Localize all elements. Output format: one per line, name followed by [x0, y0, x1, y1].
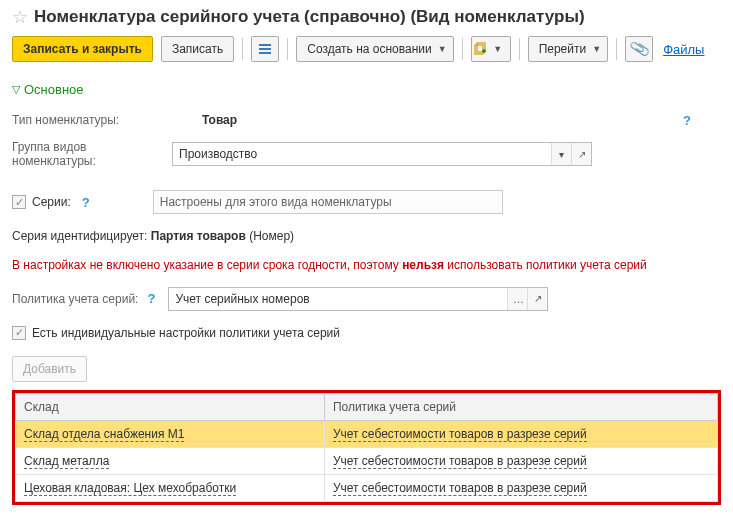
chevron-down-icon: ▼ — [438, 44, 447, 54]
attach-menu-button[interactable]: ▼ — [471, 36, 511, 62]
warning-text: В настройках не включено указание в сери… — [12, 257, 721, 274]
create-based-label: Создать на основании — [307, 42, 432, 56]
warehouse-link[interactable]: Склад отдела снабжения М1 — [24, 427, 184, 442]
group-label: Группа видов номенклатуры: — [12, 140, 172, 168]
help-icon[interactable]: ? — [144, 291, 158, 306]
warehouse-link[interactable]: Склад металла — [24, 454, 109, 469]
policy-link[interactable]: Учет себестоимости товаров в разрезе сер… — [333, 454, 587, 469]
table-header-row: Склад Политика учета серий — [16, 393, 718, 420]
open-icon: ↗ — [534, 293, 542, 304]
section-main-label: Основное — [24, 82, 84, 97]
collapse-arrow-icon: ▽ — [12, 83, 20, 96]
help-icon[interactable]: ? — [79, 195, 93, 210]
save-button[interactable]: Записать — [161, 36, 234, 62]
col-warehouse[interactable]: Склад — [16, 393, 325, 420]
policy-input-wrap: … ↗ — [168, 287, 548, 311]
paperclip-icon: 📎 — [628, 38, 651, 60]
row-series-ident: Серия идентифицирует: Партия товаров (Но… — [12, 221, 721, 251]
separator — [616, 38, 617, 60]
series-checkbox[interactable]: ✓ Серии: — [12, 195, 71, 209]
separator — [462, 38, 463, 60]
svg-rect-2 — [259, 52, 271, 54]
group-input-wrap: ▾ ↗ — [172, 142, 592, 166]
open-icon: ↗ — [578, 149, 586, 160]
toolbar: Записать и закрыть Записать Создать на о… — [12, 36, 721, 62]
warn-bold: нельзя — [402, 258, 444, 272]
list-view-button[interactable] — [251, 36, 279, 62]
save-and-close-button[interactable]: Записать и закрыть — [12, 36, 153, 62]
individual-label: Есть индивидуальные настройки политики у… — [32, 326, 340, 340]
series-desc: Настроены для этого вида номенклатуры — [153, 190, 503, 214]
table-row[interactable]: Цеховая кладовая: Цех мехобработки Учет … — [16, 474, 718, 501]
open-button[interactable]: ↗ — [571, 143, 591, 165]
policy-link[interactable]: Учет себестоимости товаров в разрезе сер… — [333, 481, 587, 496]
type-label: Тип номенклатуры: — [12, 113, 172, 127]
policy-link[interactable]: Учет себестоимости товаров в разрезе сер… — [333, 427, 587, 442]
individual-checkbox[interactable]: ✓ Есть индивидуальные настройки политики… — [12, 326, 340, 340]
page-title: Номенклатура серийного учета (справочно)… — [34, 7, 585, 27]
svg-rect-1 — [259, 48, 271, 50]
row-policy: Политика учета серий: ? … ↗ — [12, 284, 721, 314]
row-type: Тип номенклатуры: Товар ? — [12, 105, 721, 135]
title-bar: ☆ Номенклатура серийного учета (справочн… — [12, 6, 721, 28]
svg-rect-3 — [475, 45, 483, 54]
separator — [242, 38, 243, 60]
policy-label: Политика учета серий: — [12, 292, 138, 306]
row-individual: ✓ Есть индивидуальные настройки политики… — [12, 318, 721, 348]
separator — [519, 38, 520, 60]
table-row[interactable]: Склад металла Учет себестоимости товаров… — [16, 447, 718, 474]
warn-prefix: В настройках не включено указание в сери… — [12, 258, 402, 272]
files-link[interactable]: Файлы — [663, 42, 704, 57]
list-icon — [258, 42, 272, 56]
chevron-down-icon: ▾ — [559, 149, 564, 160]
svg-rect-0 — [259, 44, 271, 46]
open-button[interactable]: ↗ — [527, 288, 547, 310]
ident-label: Серия идентифицирует: — [12, 229, 151, 243]
help-icon[interactable]: ? — [680, 113, 721, 128]
attach-file-button[interactable]: 📎 — [625, 36, 653, 62]
row-group: Группа видов номенклатуры: ▾ ↗ — [12, 139, 721, 169]
chevron-down-icon: ▼ — [592, 44, 601, 54]
col-policy[interactable]: Политика учета серий — [324, 393, 717, 420]
copy-plus-icon — [473, 42, 487, 56]
series-ident-text: Серия идентифицирует: Партия товаров (Но… — [12, 229, 294, 243]
section-main-header[interactable]: ▽ Основное — [12, 82, 721, 97]
checkbox-checked-icon: ✓ — [12, 195, 26, 209]
add-button[interactable]: Добавить — [12, 356, 87, 382]
group-input[interactable] — [173, 143, 551, 165]
chevron-down-icon: ▼ — [493, 44, 502, 54]
dots-icon: … — [513, 293, 523, 305]
goto-label: Перейти — [539, 42, 587, 56]
checkbox-checked-icon: ✓ — [12, 326, 26, 340]
ident-suffix: (Номер) — [246, 229, 294, 243]
dropdown-button[interactable]: ▾ — [551, 143, 571, 165]
separator — [287, 38, 288, 60]
type-value: Товар — [202, 113, 237, 127]
favorite-star-icon[interactable]: ☆ — [12, 6, 28, 28]
goto-button[interactable]: Перейти ▼ — [528, 36, 608, 62]
warehouse-link[interactable]: Цеховая кладовая: Цех мехобработки — [24, 481, 236, 496]
select-button[interactable]: … — [507, 288, 527, 310]
row-series: ✓ Серии: ? Настроены для этого вида номе… — [12, 187, 721, 217]
series-label: Серии: — [32, 195, 71, 209]
warn-suffix: использовать политики учета серий — [444, 258, 647, 272]
ident-bold: Партия товаров — [151, 229, 246, 243]
create-based-on-button[interactable]: Создать на основании ▼ — [296, 36, 453, 62]
table-row[interactable]: Склад отдела снабжения М1 Учет себестоим… — [16, 420, 718, 447]
policy-input[interactable] — [169, 288, 507, 310]
policy-table: Склад Политика учета серий Склад отдела … — [15, 393, 718, 502]
policy-table-frame: Склад Политика учета серий Склад отдела … — [12, 390, 721, 505]
